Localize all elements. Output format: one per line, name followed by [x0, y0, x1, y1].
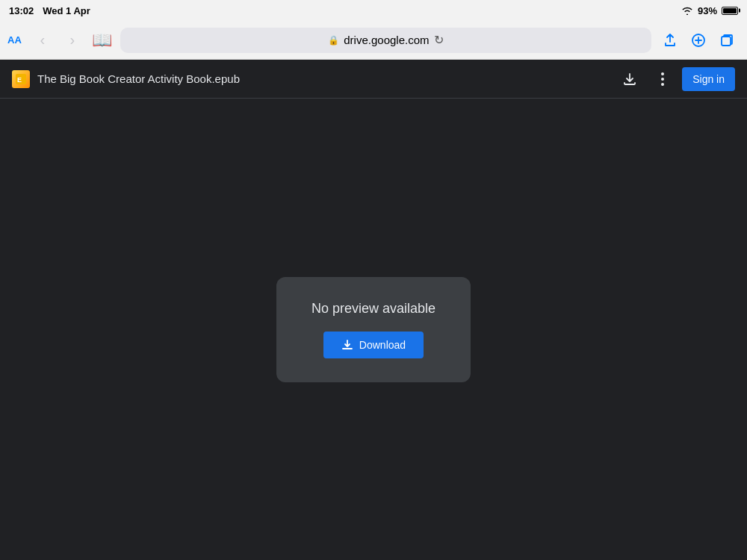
- lock-icon: 🔒: [328, 35, 339, 46]
- drive-toolbar-actions: Sign in: [616, 66, 735, 93]
- share-button[interactable]: [657, 28, 683, 53]
- address-bar[interactable]: 🔒 drive.google.com ↻: [120, 28, 651, 53]
- main-content: No preview available Download: [0, 99, 747, 560]
- back-button[interactable]: ‹: [31, 28, 55, 52]
- browser-nav-bar: AA ‹ › 📖 🔒 drive.google.com ↻: [0, 21, 747, 60]
- no-preview-text: No preview available: [311, 301, 436, 317]
- reload-button[interactable]: ↻: [434, 33, 444, 47]
- download-icon: [341, 339, 353, 351]
- battery-percent: 93%: [698, 5, 717, 16]
- svg-point-6: [661, 83, 664, 86]
- bookmarks-button[interactable]: 📖: [90, 28, 114, 52]
- forward-button[interactable]: ›: [61, 28, 84, 52]
- svg-point-5: [661, 78, 664, 81]
- status-bar: 13:02 Wed 1 Apr 93%: [0, 0, 747, 21]
- date-display: Wed 1 Apr: [43, 5, 90, 16]
- file-name: The Big Book Creator Activity Book.epub: [37, 72, 616, 85]
- tabs-button[interactable]: [714, 28, 740, 53]
- download-button[interactable]: Download: [323, 332, 424, 358]
- nav-actions: [657, 28, 740, 53]
- svg-point-4: [661, 72, 664, 75]
- svg-rect-1: [722, 37, 731, 46]
- time-display: 13:02: [9, 5, 34, 16]
- download-button-label: Download: [359, 339, 406, 351]
- svg-text:E: E: [17, 76, 22, 84]
- url-display: drive.google.com: [344, 34, 429, 46]
- aa-button[interactable]: AA: [7, 34, 22, 46]
- status-bar-left: 13:02 Wed 1 Apr: [9, 5, 90, 16]
- status-bar-right: 93%: [681, 5, 738, 16]
- sign-in-button[interactable]: Sign in: [682, 67, 735, 91]
- new-tab-button[interactable]: [686, 28, 711, 53]
- drive-toolbar: E The Big Book Creator Activity Book.epu…: [0, 60, 747, 99]
- battery-icon: [722, 7, 738, 15]
- file-type-icon: E: [12, 70, 30, 88]
- wifi-icon: [681, 6, 693, 15]
- drive-download-button[interactable]: [616, 66, 643, 93]
- drive-more-button[interactable]: [649, 66, 676, 93]
- no-preview-card: No preview available Download: [276, 277, 471, 382]
